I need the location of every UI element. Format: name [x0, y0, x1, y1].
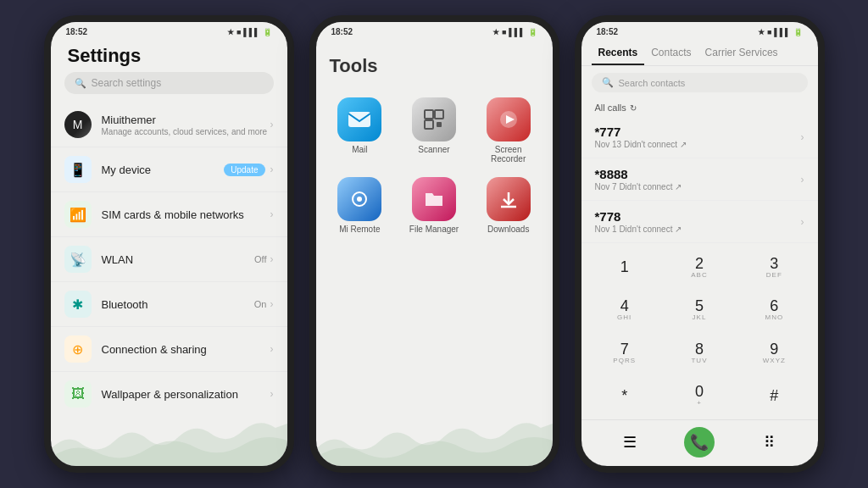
scanner-icon — [412, 97, 456, 141]
status-icons-2: ★ ■ ▌▌▌ 🔋 — [492, 28, 537, 36]
signal-icon-3: ▌▌▌ — [774, 28, 790, 36]
status-bar-3: 18:52 ★ ■ ▌▌▌ 🔋 — [581, 22, 818, 38]
settings-search-bar[interactable]: 🔍 Search settings — [64, 72, 274, 94]
miuithemer-label: Miuithemer — [102, 114, 270, 126]
dial-key-3[interactable]: 3DEF — [737, 247, 810, 288]
dial-key-hash[interactable]: # — [737, 375, 810, 417]
screen-recorder-label: Screen Recorder — [478, 145, 539, 164]
app-screen-recorder[interactable]: Screen Recorder — [478, 97, 539, 164]
signal-icon: ▌▌▌ — [243, 28, 259, 36]
svg-rect-1 — [425, 110, 433, 119]
all-calls-label: All calls ↻ — [581, 99, 818, 116]
mi-remote-label: Mi Remote — [339, 225, 380, 234]
mail-icon — [337, 97, 381, 141]
bluetooth-icon: ✱ — [64, 291, 92, 318]
chevron-icon: › — [270, 343, 274, 355]
mountain-decor-2 — [316, 415, 553, 466]
call-item-info: *8888 Nov 7 Didn't connect ↗ — [595, 167, 682, 191]
settings-item-wlan[interactable]: 📡 WLAN Off › — [51, 237, 287, 282]
search-icon-dialer: 🔍 — [602, 77, 614, 88]
tools-title: Tools — [330, 55, 539, 77]
tab-carrier-services[interactable]: Carrier Services — [698, 42, 785, 65]
tab-contacts[interactable]: Contacts — [644, 42, 698, 65]
call-item-777[interactable]: *777 Nov 13 Didn't connect ↗ › — [581, 116, 818, 158]
app-grid: Mail Scanner Screen Recorder — [330, 97, 539, 234]
call-item-8888[interactable]: *8888 Nov 7 Didn't connect ↗ › — [581, 158, 818, 201]
dial-key-1[interactable]: 1 — [588, 247, 661, 288]
miuithemer-sub: Manage accounts, cloud services, and mor… — [102, 127, 270, 136]
dialer-screen: 18:52 ★ ■ ▌▌▌ 🔋 Recents Contacts Carrier… — [581, 22, 818, 466]
settings-screen: 18:52 ★ ■ ▌▌▌ 🔋 Settings 🔍 Search settin… — [51, 22, 287, 466]
call-button[interactable]: 📞 — [684, 427, 715, 458]
app-downloads[interactable]: Downloads — [487, 177, 531, 234]
file-manager-icon — [412, 177, 456, 221]
dial-key-7[interactable]: 7PQRS — [588, 332, 661, 374]
dial-key-0[interactable]: 0+ — [663, 375, 736, 417]
call-number: *777 — [595, 125, 687, 139]
dialpad: 1 2ABC 3DEF 4GHI 5JKL 6MNO 7PQRS 8TUV 9W… — [581, 243, 818, 419]
call-date: Nov 7 Didn't connect ↗ — [595, 182, 682, 191]
settings-item-miuithemer[interactable]: M Miuithemer Manage accounts, cloud serv… — [51, 103, 287, 147]
time-1: 18:52 — [66, 27, 88, 36]
signal-icon-2: ▌▌▌ — [509, 28, 525, 36]
dial-key-9[interactable]: 9WXYZ — [737, 332, 810, 374]
wlan-label: WLAN — [102, 253, 255, 266]
settings-item-wallpaper[interactable]: 🖼 Wallpaper & personalization › — [51, 372, 287, 415]
update-badge: Update — [224, 164, 264, 176]
dial-key-4[interactable]: 4GHI — [588, 290, 661, 331]
settings-item-connection[interactable]: ⊕ Connection & sharing › — [51, 327, 287, 372]
app-scanner[interactable]: Scanner — [412, 97, 456, 164]
phone-settings: 18:52 ★ ■ ▌▌▌ 🔋 Settings 🔍 Search settin… — [44, 15, 294, 473]
scanner-label: Scanner — [418, 145, 449, 154]
dial-key-6[interactable]: 6MNO — [737, 290, 810, 331]
call-item-778[interactable]: *778 Nov 1 Didn't connect ↗ › — [581, 201, 818, 243]
search-icon: 🔍 — [75, 78, 86, 89]
svg-rect-0 — [348, 112, 370, 127]
wlan-text: WLAN — [102, 253, 255, 266]
call-item-info: *778 Nov 1 Didn't connect ↗ — [595, 209, 682, 234]
battery-icon-2: 🔋 — [528, 28, 537, 36]
dial-key-5[interactable]: 5JKL — [663, 290, 736, 331]
miui-avatar: M — [64, 111, 92, 138]
tab-recents[interactable]: Recents — [592, 42, 645, 65]
mydevice-text: My device — [102, 164, 225, 176]
refresh-icon: ↻ — [630, 103, 637, 113]
settings-item-mydevice[interactable]: 📱 My device Update › — [51, 147, 287, 192]
settings-item-sim[interactable]: 📶 SIM cards & mobile networks › — [51, 192, 287, 237]
menu-button[interactable]: ☰ — [615, 427, 645, 458]
status-bar-1: 18:52 ★ ■ ▌▌▌ 🔋 — [51, 22, 287, 38]
search-placeholder: Search settings — [92, 77, 162, 89]
phone-dialer: 18:52 ★ ■ ▌▌▌ 🔋 Recents Contacts Carrier… — [575, 15, 825, 473]
dialer-search-bar[interactable]: 🔍 Search contacts — [592, 73, 808, 92]
wlan-icon: 📡 — [64, 246, 92, 273]
phones-container: 18:52 ★ ■ ▌▌▌ 🔋 Settings 🔍 Search settin… — [0, 0, 868, 488]
chevron-icon: › — [270, 119, 274, 130]
connection-label: Connection & sharing — [102, 343, 270, 356]
sim-label: SIM cards & mobile networks — [102, 208, 270, 221]
mail-label: Mail — [352, 145, 367, 154]
chevron-icon: › — [801, 131, 804, 143]
svg-rect-3 — [425, 120, 433, 129]
downloads-icon — [487, 177, 531, 221]
wifi-icon-3: ■ — [767, 28, 771, 36]
battery-icon-3: 🔋 — [793, 28, 803, 36]
wlan-value: Off — [254, 254, 266, 264]
svg-point-8 — [357, 197, 362, 202]
dialpad-button[interactable]: ⠿ — [754, 427, 784, 458]
time-2: 18:52 — [331, 27, 353, 36]
screen-recorder-icon — [487, 97, 531, 141]
app-file-manager[interactable]: File Manager — [409, 177, 459, 234]
mydevice-label: My device — [102, 164, 225, 176]
chevron-icon: › — [270, 388, 274, 400]
wallpaper-text: Wallpaper & personalization — [102, 388, 270, 401]
call-number: *8888 — [595, 167, 682, 181]
app-mail[interactable]: Mail — [337, 97, 381, 164]
app-mi-remote[interactable]: Mi Remote — [337, 177, 381, 234]
wifi-icon-2: ■ — [502, 28, 506, 36]
dial-key-8[interactable]: 8TUV — [663, 332, 736, 374]
dial-key-star[interactable]: * — [588, 375, 661, 417]
tools-screen: 18:52 ★ ■ ▌▌▌ 🔋 Tools Mail — [316, 22, 553, 466]
dial-key-2[interactable]: 2ABC — [663, 247, 736, 288]
settings-item-bluetooth[interactable]: ✱ Bluetooth On › — [51, 282, 287, 327]
sim-icon: 📶 — [64, 201, 92, 228]
